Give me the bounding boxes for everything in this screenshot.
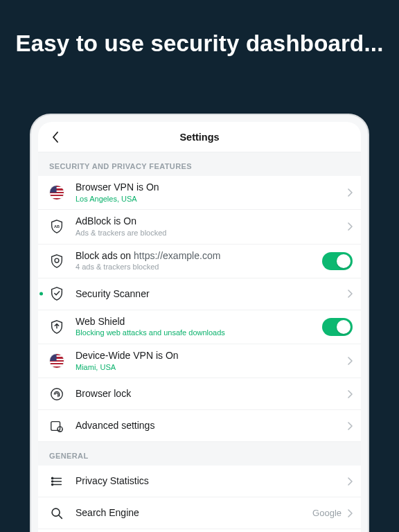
row-device-vpn[interactable]: Device-Wide VPN is On Miami, USA [38, 344, 361, 378]
svg-point-8 [51, 477, 53, 479]
row-search-engine[interactable]: Search Engine Google [38, 497, 361, 529]
row-title: Browser lock [76, 388, 342, 400]
toggle-block-ads-site[interactable] [322, 252, 353, 270]
list-security: Browser VPN is On Los Angeles, USA AB Ad… [38, 176, 361, 442]
site-shield-icon [48, 252, 66, 270]
chevron-right-icon [347, 509, 353, 517]
row-title: Advanced settings [76, 420, 342, 432]
chevron-right-icon [347, 357, 353, 365]
svg-line-12 [59, 515, 62, 519]
row-title: AdBlock is On [76, 215, 342, 228]
us-flag-icon [48, 184, 66, 202]
row-adblock[interactable]: AB AdBlock is On Ads & trackers are bloc… [38, 210, 361, 244]
row-security-scanner[interactable]: Security Scanner [38, 278, 361, 310]
row-title: Security Scanner [76, 288, 342, 301]
chevron-right-icon [347, 390, 353, 398]
web-shield-icon [48, 318, 66, 336]
row-subtitle: Los Angeles, USA [76, 195, 342, 204]
row-title: Block ads on https://example.com [76, 250, 317, 263]
list-general: Privacy Statistics Search Engine Google [38, 466, 361, 532]
app-screen: Settings SECURITY AND PRIVACY FEATURES B… [38, 122, 361, 532]
row-title: Web Shield [76, 316, 317, 328]
svg-point-9 [51, 481, 53, 482]
page-title: Settings [179, 132, 219, 143]
search-icon [48, 504, 66, 522]
row-privacy-statistics[interactable]: Privacy Statistics [38, 466, 361, 497]
row-browser-lock[interactable]: Browser lock [38, 378, 361, 410]
row-subtitle: Ads & trackers are blocked [76, 229, 342, 238]
attention-dot-icon [39, 292, 43, 296]
row-title: Privacy Statistics [76, 475, 342, 488]
us-flag-icon [48, 352, 66, 370]
navbar: Settings [38, 122, 361, 152]
svg-point-10 [51, 484, 53, 485]
row-subtitle: Blocking web attacks and unsafe download… [76, 328, 317, 338]
chevron-right-icon [347, 188, 353, 197]
chevron-right-icon [347, 222, 353, 231]
chevron-right-icon [347, 477, 353, 486]
statistics-icon [48, 472, 66, 490]
promo-headline: Easy to use security dashboard... [0, 0, 399, 76]
row-title: Device-Wide VPN is On [76, 350, 342, 362]
svg-point-1 [55, 258, 59, 263]
advanced-gear-icon [48, 417, 66, 435]
adblock-shield-icon: AB [48, 218, 66, 236]
chevron-right-icon [347, 422, 353, 430]
row-title: Browser VPN is On [76, 181, 342, 194]
chevron-left-icon [51, 132, 60, 143]
svg-rect-3 [51, 421, 60, 430]
svg-point-2 [51, 389, 63, 400]
back-button[interactable] [48, 130, 63, 145]
toggle-web-shield[interactable] [322, 318, 353, 336]
row-browser-vpn[interactable]: Browser VPN is On Los Angeles, USA [38, 176, 361, 210]
chevron-right-icon [347, 290, 353, 298]
row-subtitle: 4 ads & trackers blocked [76, 263, 317, 272]
row-web-shield[interactable]: Web Shield Blocking web attacks and unsa… [38, 310, 361, 344]
scanner-shield-icon [48, 285, 66, 303]
section-header-security: SECURITY AND PRIVACY FEATURES [38, 152, 361, 176]
device-frame: Settings SECURITY AND PRIVACY FEATURES B… [30, 114, 369, 532]
row-title: Search Engine [76, 507, 307, 520]
fingerprint-icon [48, 385, 66, 403]
row-value: Google [312, 508, 342, 518]
row-appearance[interactable]: Appearance [38, 529, 361, 532]
row-advanced-settings[interactable]: Advanced settings [38, 410, 361, 442]
section-header-general: GENERAL [38, 442, 361, 466]
svg-text:AB: AB [54, 224, 60, 229]
row-block-ads-site[interactable]: Block ads on https://example.com 4 ads &… [38, 245, 361, 278]
row-subtitle: Miami, USA [76, 363, 342, 373]
